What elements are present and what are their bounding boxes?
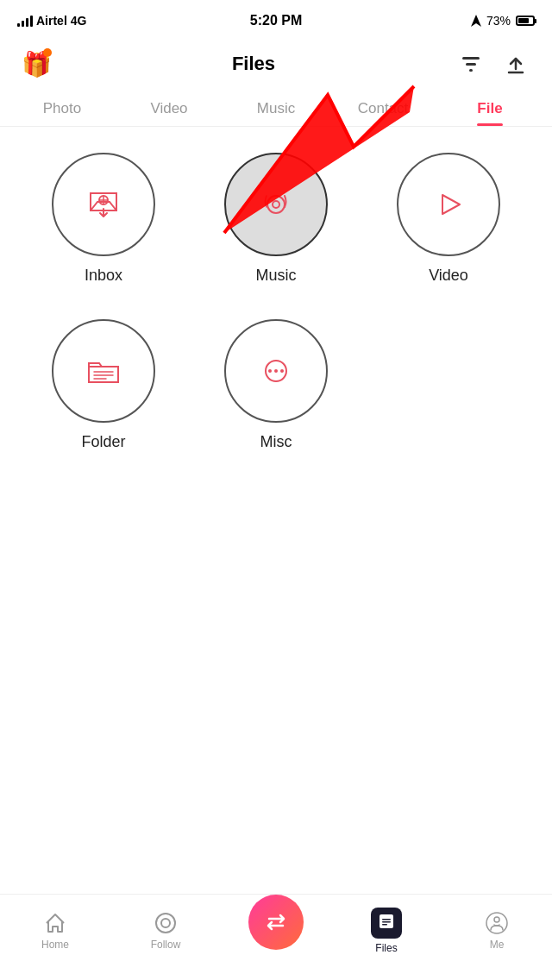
- bottom-nav: Home Follow Files: [0, 894, 552, 980]
- status-bar: Airtel 4G 5:20 PM 73%: [0, 0, 552, 38]
- home-icon: [43, 911, 67, 935]
- battery-icon: [516, 16, 535, 26]
- video-icon-circle: [397, 153, 500, 256]
- svg-rect-1: [462, 57, 480, 60]
- svg-point-7: [267, 196, 285, 213]
- svg-marker-9: [442, 195, 460, 214]
- files-icon-bg: [371, 908, 402, 939]
- status-right: 73%: [471, 14, 535, 28]
- tab-contact[interactable]: Contact: [329, 90, 436, 126]
- upload-icon: [502, 50, 530, 78]
- svg-point-24: [494, 917, 499, 922]
- header: 🎁 Files: [0, 38, 552, 90]
- music-label: Music: [255, 267, 296, 285]
- svg-rect-2: [466, 63, 476, 66]
- video-label: Video: [429, 267, 468, 285]
- carrier-info: Airtel 4G: [17, 14, 86, 28]
- nav-transfer[interactable]: [221, 912, 331, 950]
- search-filter-button[interactable]: [452, 45, 490, 83]
- misc-item[interactable]: Misc: [190, 319, 362, 451]
- signal-icon: [17, 15, 33, 27]
- nav-follow[interactable]: Follow: [110, 911, 221, 951]
- svg-rect-3: [469, 69, 473, 72]
- misc-icon-circle: [224, 319, 328, 423]
- tab-bar: Photo Video Music Contact File: [0, 90, 552, 127]
- tab-file[interactable]: File: [436, 90, 543, 126]
- misc-label: Misc: [260, 433, 292, 451]
- folder-icon: [82, 349, 125, 393]
- svg-rect-21: [382, 921, 391, 923]
- inbox-icon: [82, 183, 125, 226]
- follow-icon: [154, 911, 178, 935]
- music-item[interactable]: Music: [190, 153, 362, 285]
- filter-icon: [457, 50, 485, 78]
- inbox-icon-circle: [52, 153, 155, 256]
- file-grid: Inbox Music Video: [0, 127, 552, 512]
- files-icon: [376, 911, 397, 932]
- nav-home[interactable]: Home: [0, 911, 110, 951]
- svg-point-23: [486, 913, 507, 933]
- misc-icon: [254, 349, 298, 393]
- gift-button[interactable]: 🎁: [17, 45, 55, 83]
- inbox-label: Inbox: [85, 267, 122, 285]
- transfer-icon: [262, 908, 290, 936]
- tab-video[interactable]: Video: [116, 90, 223, 126]
- grid-row-1: Inbox Music Video: [17, 153, 535, 285]
- svg-point-16: [280, 369, 284, 373]
- svg-point-8: [273, 201, 279, 208]
- video-icon: [427, 183, 470, 226]
- svg-point-15: [274, 369, 278, 373]
- gift-notification-dot: [43, 48, 52, 57]
- nav-follow-label: Follow: [151, 939, 181, 951]
- page-title: Files: [232, 53, 275, 75]
- svg-point-17: [156, 914, 175, 933]
- me-icon: [485, 911, 509, 935]
- network-type: 4G: [71, 14, 87, 28]
- nav-me[interactable]: Me: [442, 911, 552, 951]
- carrier-name: Airtel: [36, 14, 67, 28]
- svg-rect-20: [382, 919, 391, 920]
- music-icon: [254, 183, 298, 226]
- nav-files-label: Files: [375, 942, 397, 954]
- folder-label: Folder: [81, 433, 125, 451]
- grid-row-2: Folder Misc: [17, 319, 535, 451]
- battery-percent: 73%: [486, 14, 511, 28]
- nav-files[interactable]: Files: [331, 908, 442, 954]
- header-actions: [452, 45, 535, 83]
- folder-item[interactable]: Folder: [17, 319, 190, 451]
- location-icon: [471, 15, 481, 27]
- tab-photo[interactable]: Photo: [9, 90, 116, 126]
- upload-button[interactable]: [497, 45, 535, 83]
- music-icon-circle: [224, 153, 328, 256]
- svg-point-18: [161, 919, 170, 927]
- svg-point-14: [268, 369, 272, 373]
- svg-rect-22: [382, 924, 387, 926]
- nav-me-label: Me: [490, 939, 505, 951]
- folder-icon-circle: [52, 319, 155, 423]
- svg-marker-0: [471, 15, 481, 27]
- transfer-button[interactable]: [248, 895, 304, 950]
- nav-home-label: Home: [41, 939, 69, 951]
- status-time: 5:20 PM: [250, 13, 302, 28]
- video-item[interactable]: Video: [362, 153, 535, 285]
- tab-music[interactable]: Music: [223, 90, 329, 126]
- inbox-item[interactable]: Inbox: [17, 153, 190, 285]
